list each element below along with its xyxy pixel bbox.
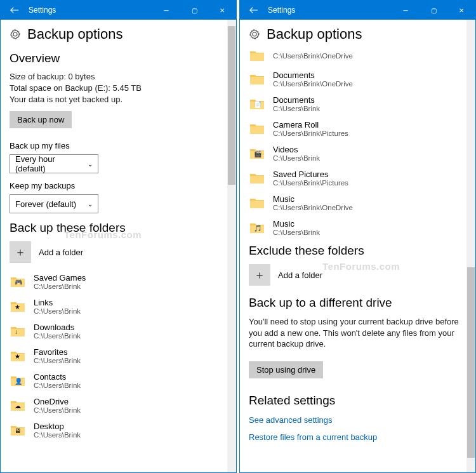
folder-path: C:\Users\Brink — [34, 307, 81, 315]
stop-using-drive-button[interactable]: Stop using drive — [249, 361, 323, 378]
add-folder-label: Add a folder — [278, 270, 322, 280]
folder-item[interactable]: 👤 Contacts C:\Users\Brink — [10, 372, 225, 389]
restore-files-link[interactable]: Restore files from a current backup — [249, 432, 464, 442]
settings-window-right: Settings ─ ▢ ✕ Backup options C:\Users\B… — [239, 0, 476, 473]
retention-label: Keep my backups — [10, 181, 225, 190]
folder-path: C:\Users\Brink — [34, 283, 86, 290]
folder-path: C:\Users\Brink — [273, 105, 320, 112]
folder-contact-icon: 👤 — [10, 374, 26, 388]
folder-icon — [249, 196, 265, 210]
folder-item[interactable]: ↓ Downloads C:\Users\Brink — [10, 323, 225, 340]
folder-music-icon: 🎵 — [249, 221, 265, 235]
folder-name: Music — [273, 194, 353, 204]
folder-gamepad-icon: 🎮 — [10, 275, 26, 289]
settings-window-left: Settings ─ ▢ ✕ Backup options Overview S… — [0, 0, 237, 473]
folder-name: OneDrive — [34, 397, 81, 406]
size-of-backup: Size of backup: 0 bytes — [10, 72, 225, 81]
folder-icon — [249, 49, 265, 63]
folder-path: C:\Users\Brink\OneDrive — [273, 204, 353, 211]
exclude-folders-heading: Exclude these folders — [249, 244, 464, 258]
close-button[interactable]: ✕ — [208, 1, 236, 20]
add-folder-button[interactable]: ＋ Add a folder — [10, 241, 225, 263]
folder-path: C:\Users\Brink\Pictures — [273, 179, 348, 187]
total-space: Total space on Backup (E:): 5.45 TB — [10, 83, 225, 93]
back-up-now-button[interactable]: Back up now — [10, 111, 72, 128]
folder-name: Music — [273, 219, 320, 229]
folder-item[interactable]: Camera Roll C:\Users\Brink\Pictures — [249, 120, 464, 137]
folder-cloud-icon: ☁ — [10, 399, 26, 413]
plus-icon: ＋ — [10, 241, 31, 263]
add-folder-label: Add a folder — [39, 248, 83, 257]
folder-item[interactable]: Saved Pictures C:\Users\Brink\Pictures — [249, 170, 464, 187]
folder-item[interactable]: Documents C:\Users\Brink\OneDrive — [249, 70, 464, 88]
frequency-value: Every hour (default) — [15, 154, 88, 173]
frequency-dropdown[interactable]: Every hour (default) ⌄ — [10, 154, 98, 173]
folder-name: Documents — [273, 70, 353, 80]
folder-star-icon: ★ — [10, 300, 26, 314]
different-drive-heading: Back up to a different drive — [249, 296, 464, 310]
folder-name: Saved Games — [34, 273, 86, 283]
folder-desktop-icon: 🖥 — [10, 423, 26, 437]
folder-item[interactable]: Music C:\Users\Brink\OneDrive — [249, 194, 464, 211]
folder-path: C:\Users\Brink — [34, 406, 81, 414]
titlebar: Settings ─ ▢ ✕ — [1, 1, 236, 20]
frequency-label: Back up my files — [10, 141, 225, 150]
page-title: Backup options — [27, 26, 122, 43]
folder-name: Desktop — [34, 422, 81, 431]
folder-star-icon: ★ — [10, 349, 26, 363]
folder-icon — [249, 72, 265, 86]
folder-path: C:\Users\Brink\OneDrive — [273, 80, 353, 88]
folder-item[interactable]: 📄 Documents C:\Users\Brink — [249, 95, 464, 112]
folder-name: Links — [34, 298, 81, 307]
folder-item[interactable]: ★ Favorites C:\Users\Brink — [10, 347, 225, 364]
folder-name: Camera Roll — [273, 120, 348, 130]
titlebar: Settings ─ ▢ ✕ — [240, 1, 475, 20]
backup-folders-heading: Back up these folders — [10, 221, 225, 235]
folder-item[interactable]: ☁ OneDrive C:\Users\Brink — [10, 397, 225, 414]
folder-name: Favorites — [34, 347, 81, 357]
minimize-button[interactable]: ─ — [392, 1, 420, 20]
folder-path: C:\Users\Brink\OneDrive — [273, 52, 353, 60]
folder-path: C:\Users\Brink\Pictures — [273, 130, 348, 137]
maximize-button[interactable]: ▢ — [420, 1, 447, 20]
advanced-settings-link[interactable]: See advanced settings — [249, 415, 464, 425]
window-title: Settings — [29, 6, 152, 15]
different-drive-text: You'll need to stop using your current b… — [249, 316, 464, 350]
folder-name: Saved Pictures — [273, 170, 348, 179]
close-button[interactable]: ✕ — [447, 1, 475, 20]
maximize-button[interactable]: ▢ — [180, 1, 208, 20]
chevron-down-icon: ⌄ — [88, 161, 93, 168]
backup-status: Your data is not yet backed up. — [10, 95, 225, 104]
add-exclude-folder-button[interactable]: ＋ Add a folder — [249, 264, 464, 286]
folder-item[interactable]: 🖥 Desktop C:\Users\Brink — [10, 422, 225, 439]
folder-name: Videos — [273, 145, 320, 154]
folder-item[interactable]: 🎵 Music C:\Users\Brink — [249, 219, 464, 236]
window-title: Settings — [268, 6, 392, 15]
folder-item[interactable]: 🎬 Videos C:\Users\Brink — [249, 145, 464, 162]
folder-path: C:\Users\Brink — [34, 431, 81, 439]
back-button[interactable] — [240, 1, 268, 20]
retention-value: Forever (default) — [15, 199, 76, 209]
folder-item[interactable]: C:\Users\Brink\OneDrive — [249, 49, 464, 63]
folder-video-icon: 🎬 — [249, 147, 265, 161]
folder-path: C:\Users\Brink — [34, 382, 81, 389]
folder-icon — [249, 171, 265, 185]
folder-path: C:\Users\Brink — [273, 154, 320, 162]
folder-icon — [249, 122, 265, 136]
back-button[interactable] — [1, 1, 29, 20]
gear-icon — [10, 29, 21, 40]
folder-name: Documents — [273, 95, 320, 105]
chevron-down-icon: ⌄ — [88, 201, 93, 208]
folder-name: Downloads — [34, 323, 81, 332]
plus-icon: ＋ — [249, 264, 270, 286]
overview-heading: Overview — [10, 51, 225, 65]
related-settings-heading: Related settings — [249, 394, 464, 408]
minimize-button[interactable]: ─ — [152, 1, 180, 20]
folder-doc-icon: 📄 — [249, 97, 265, 111]
folder-down-icon: ↓ — [10, 324, 26, 338]
folder-path: C:\Users\Brink — [273, 229, 320, 236]
retention-dropdown[interactable]: Forever (default) ⌄ — [10, 194, 98, 213]
gear-icon — [249, 29, 260, 40]
folder-item[interactable]: ★ Links C:\Users\Brink — [10, 298, 225, 315]
folder-item[interactable]: 🎮 Saved Games C:\Users\Brink — [10, 273, 225, 290]
